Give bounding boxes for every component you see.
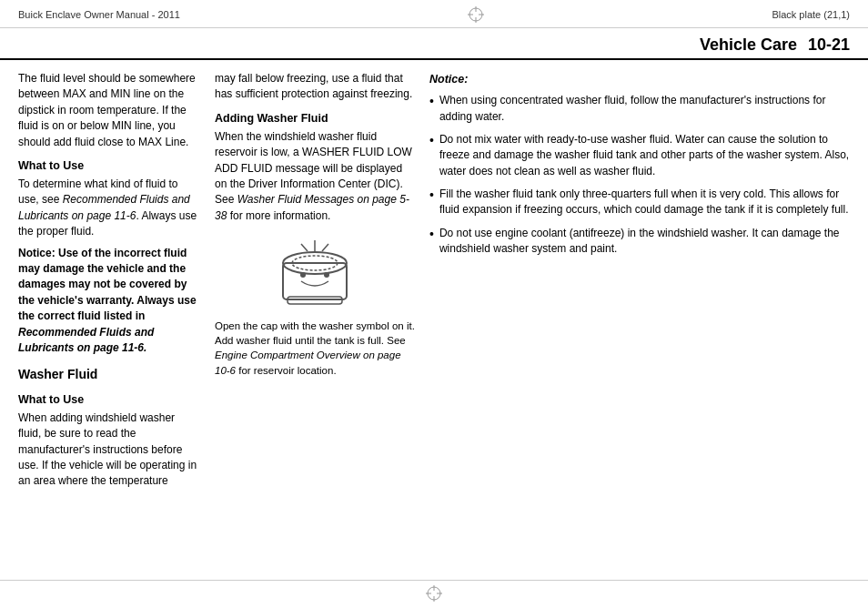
bullet-item-2: Do not mix water with ready-to-use washe… — [429, 132, 850, 179]
svg-point-16 — [300, 272, 306, 278]
bullet-3-text: Fill the washer fluid tank only three-qu… — [439, 187, 850, 218]
notice-text: Notice: Use of the incorrect fluid may d… — [18, 246, 200, 357]
header-right: Black plate (21,1) — [772, 9, 850, 20]
svg-line-9 — [301, 244, 308, 251]
adding-heading: Adding Washer Fluid — [215, 110, 415, 127]
bullet-2-text: Do not mix water with ready-to-use washe… — [439, 132, 850, 179]
what-to-use-heading: What to Use — [18, 157, 200, 174]
page-wrapper: Buick Enclave Owner Manual - 2011 Black … — [0, 0, 868, 608]
notice-label: Notice: — [429, 71, 850, 87]
continued-text: may fall below freezing, use a fluid tha… — [215, 71, 415, 103]
crosshair-top-icon — [467, 5, 485, 24]
svg-rect-5 — [283, 263, 347, 299]
right-column: Notice: When using concentrated washer f… — [429, 71, 850, 571]
image-caption: Open the cap with the washer symbol on i… — [215, 319, 415, 377]
washer-cap-icon — [269, 231, 360, 313]
main-content: The fluid level should be somewhere betw… — [0, 60, 868, 580]
page-number: 10-21 — [808, 35, 850, 55]
washer-text: When adding windshield washer fluid, be … — [18, 410, 200, 490]
bullet-1-text: When using concentrated washer fluid, fo… — [439, 93, 850, 125]
header-left: Buick Enclave Owner Manual - 2011 — [18, 9, 180, 20]
what-to-use-text: To determine what kind of fluid to use, … — [18, 177, 200, 240]
page-title-bar: Vehicle Care 10-21 — [0, 28, 868, 60]
crosshair-bottom-icon — [425, 584, 443, 603]
svg-point-17 — [324, 272, 329, 278]
bullet-item-4: Do not use engine coolant (antifreeze) i… — [429, 226, 850, 258]
bullet-item-3: Fill the washer fluid tank only three-qu… — [429, 187, 850, 218]
svg-line-10 — [322, 244, 328, 251]
mid-column: may fall below freezing, use a fluid tha… — [215, 71, 415, 571]
bullet-list: When using concentrated washer fluid, fo… — [429, 93, 850, 258]
bullet-item-1: When using concentrated washer fluid, fo… — [429, 93, 850, 125]
washer-fluid-heading: Washer Fluid — [18, 365, 200, 383]
washer-what-to-use-heading: What to Use — [18, 391, 200, 408]
washer-image-container: Open the cap with the washer symbol on i… — [215, 231, 415, 382]
page-footer — [0, 580, 868, 608]
left-column: The fluid level should be somewhere betw… — [18, 71, 200, 571]
bullet-4-text: Do not use engine coolant (antifreeze) i… — [439, 226, 850, 258]
page-title: Vehicle Care — [700, 35, 797, 55]
page-header: Buick Enclave Owner Manual - 2011 Black … — [0, 0, 868, 28]
adding-text: When the windshield washer fluid reservo… — [215, 129, 415, 224]
intro-text: The fluid level should be somewhere betw… — [18, 71, 200, 150]
header-center — [467, 5, 485, 24]
